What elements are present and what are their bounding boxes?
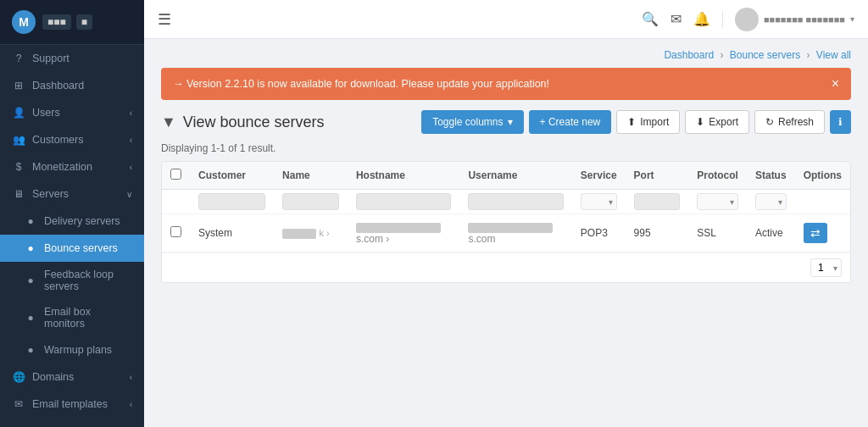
- sidebar-item-feedback-loop-servers[interactable]: ● Feedback loop servers: [0, 262, 144, 299]
- row-checkbox[interactable]: [170, 226, 181, 237]
- divider: [722, 11, 723, 28]
- chevron-down-icon: ▾: [508, 116, 513, 128]
- sidebar-item-label: Customers: [32, 134, 83, 146]
- breadcrumb-view-all[interactable]: View all: [816, 49, 851, 61]
- import-label: Import: [640, 116, 669, 128]
- service-filter-select[interactable]: [581, 193, 617, 210]
- status-filter-select[interactable]: [755, 193, 787, 210]
- row-hostname-cell: s.com ›: [348, 214, 459, 252]
- filter-service-cell: [572, 190, 626, 214]
- sidebar-item-domains[interactable]: 🌐 Domains ‹: [0, 363, 144, 391]
- avatar: [735, 8, 759, 31]
- pagination-select-wrap: 1: [810, 258, 842, 277]
- row-options-button[interactable]: ⇄: [804, 223, 827, 243]
- sidebar-logo: M ■■■ ■: [0, 0, 144, 45]
- username-label: ■■■■■■■ ■■■■■■■: [764, 14, 845, 25]
- menu-toggle-icon[interactable]: ☰: [158, 10, 171, 29]
- chevron-down-icon: ‹: [130, 108, 132, 118]
- chevron-down-icon: ‹: [130, 136, 132, 145]
- customer-filter-input[interactable]: [198, 193, 265, 210]
- import-button[interactable]: ⬆ Import: [616, 110, 680, 134]
- hostname-filter-input[interactable]: [356, 193, 451, 210]
- page-select[interactable]: 1: [810, 258, 842, 277]
- filter-row: [162, 190, 850, 214]
- customer-column-header: Customer: [190, 162, 274, 190]
- select-all-checkbox[interactable]: [170, 169, 181, 180]
- sidebar-item-servers[interactable]: 🖥 Servers ∨: [0, 180, 144, 208]
- chevron-down-icon: ‹: [130, 400, 132, 409]
- sidebar: M ■■■ ■ ? Support ⊞ Dashboard 👤 Users ‹ …: [0, 0, 144, 427]
- export-label: Export: [709, 116, 738, 128]
- row-checkbox-cell: [162, 214, 190, 252]
- bullet-icon: ●: [24, 241, 37, 255]
- data-table: Customer Name Hostname Username Service …: [161, 161, 851, 283]
- mail-icon[interactable]: ✉: [670, 11, 682, 27]
- sidebar-item-label: Bounce servers: [44, 242, 118, 254]
- main-content: ☰ 🔍 ✉ 🔔 ■■■■■■■ ■■■■■■■ ▾ Dashboard › Bo…: [144, 0, 868, 427]
- monetization-icon: $: [12, 160, 25, 174]
- service-value: POP3: [581, 227, 608, 239]
- sidebar-item-label: Delivery servers: [44, 215, 120, 227]
- protocol-value: SSL: [697, 227, 716, 239]
- refresh-button[interactable]: ↻ Refresh: [754, 110, 825, 134]
- row-username-cell: s.com: [459, 214, 571, 252]
- toggle-columns-button[interactable]: Toggle columns ▾: [421, 110, 523, 134]
- breadcrumb-bounce-servers[interactable]: Bounce servers: [730, 49, 800, 61]
- refresh-icon: ↻: [765, 116, 774, 128]
- users-icon: 👤: [12, 106, 25, 119]
- info-button[interactable]: ℹ: [830, 110, 851, 134]
- servers-icon: 🖥: [12, 187, 25, 201]
- sidebar-item-bounce-servers[interactable]: ● Bounce servers: [0, 235, 144, 262]
- table-row: System k › s.com ›: [162, 214, 850, 252]
- table-header-row: Customer Name Hostname Username Service …: [162, 162, 850, 190]
- create-new-button[interactable]: + Create new: [529, 110, 612, 134]
- sidebar-item-label: Monetization: [32, 161, 92, 173]
- chevron-down-icon: ‹: [130, 373, 132, 382]
- breadcrumb-dashboard[interactable]: Dashboard: [664, 49, 714, 61]
- port-filter-input[interactable]: [634, 193, 681, 210]
- sidebar-item-email-blacklist[interactable]: ⊘ Email blacklist ‹: [0, 418, 144, 427]
- status-badge: Active: [755, 227, 783, 239]
- port-value: 995: [634, 227, 651, 239]
- search-icon[interactable]: 🔍: [642, 11, 659, 27]
- sidebar-item-label: Email box monitors: [44, 306, 132, 330]
- user-menu[interactable]: ■■■■■■■ ■■■■■■■ ▾: [735, 8, 854, 31]
- sidebar-item-label: Support: [32, 53, 70, 64]
- domains-icon: 🌐: [12, 370, 25, 384]
- sidebar-item-customers[interactable]: 👥 Customers ‹: [0, 126, 144, 153]
- name-blurred: [282, 229, 316, 239]
- export-button[interactable]: ⬇ Export: [685, 110, 749, 134]
- customers-icon: 👥: [12, 133, 25, 147]
- sidebar-item-dashboard[interactable]: ⊞ Dashboard: [0, 72, 144, 99]
- username-filter-input[interactable]: [468, 193, 563, 210]
- row-port-cell: 995: [626, 214, 689, 252]
- sidebar-item-support[interactable]: ? Support: [0, 45, 144, 72]
- chevron-down-icon: ▾: [850, 14, 854, 24]
- breadcrumb: Dashboard › Bounce servers › View all: [161, 49, 851, 61]
- sidebar-item-users[interactable]: 👤 Users ‹: [0, 99, 144, 126]
- bullet-icon: ●: [24, 311, 37, 324]
- sidebar-item-email-box-monitors[interactable]: ● Email box monitors: [0, 299, 144, 336]
- import-icon: ⬆: [627, 116, 636, 128]
- sidebar-item-email-templates[interactable]: ✉ Email templates ‹: [0, 391, 144, 418]
- topbar-right: 🔍 ✉ 🔔 ■■■■■■■ ■■■■■■■ ▾: [642, 8, 854, 31]
- port-column-header: Port: [626, 162, 689, 190]
- sidebar-item-warmup-plans[interactable]: ● Warmup plans: [0, 336, 144, 363]
- alert-message: → Version 2.2.10 is now available for do…: [173, 78, 549, 90]
- topbar: ☰ 🔍 ✉ 🔔 ■■■■■■■ ■■■■■■■ ▾: [144, 0, 868, 39]
- export-icon: ⬇: [696, 116, 704, 128]
- sidebar-item-label: Dashboard: [32, 80, 84, 92]
- alert-close-button[interactable]: ×: [832, 76, 839, 92]
- row-service-cell: POP3: [572, 214, 626, 252]
- sidebar-item-delivery-servers[interactable]: ● Delivery servers: [0, 208, 144, 235]
- filter-hostname-cell: [348, 190, 459, 214]
- sidebar-item-monetization[interactable]: $ Monetization ‹: [0, 153, 144, 180]
- name-filter-input[interactable]: [282, 193, 339, 210]
- options-column-header: Options: [795, 162, 850, 190]
- filter-status-cell: [747, 190, 795, 214]
- sidebar-item-label: Email templates: [32, 398, 108, 410]
- protocol-filter-select[interactable]: [697, 193, 738, 210]
- notification-icon[interactable]: 🔔: [693, 11, 710, 27]
- create-new-label: + Create new: [540, 116, 601, 128]
- protocol-column-header: Protocol: [688, 162, 747, 190]
